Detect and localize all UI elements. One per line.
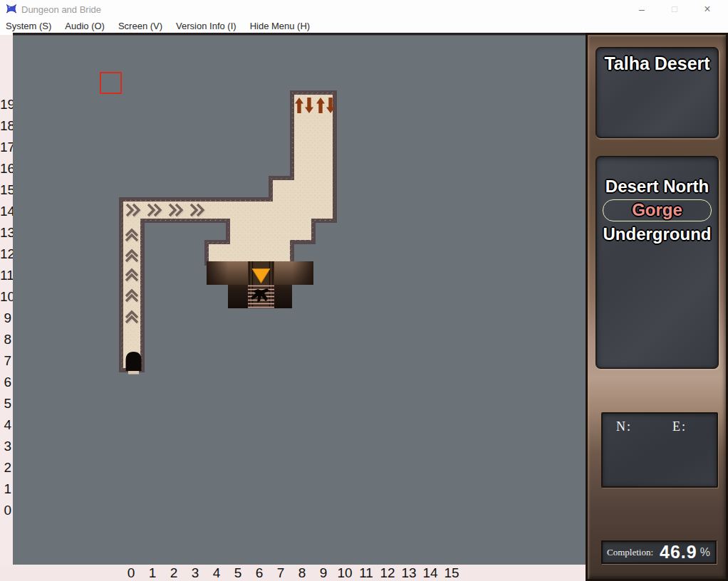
row-label-0: 0: [0, 500, 11, 521]
location-item-underground[interactable]: Underground: [596, 222, 718, 246]
row-label-15: 15: [0, 179, 11, 201]
cliff-shade-left: [207, 261, 228, 285]
application-window: { "window": { "title": "Dungeon and Brid…: [0, 0, 728, 581]
area-title: Talha Desert: [596, 48, 718, 74]
map-top-border: [13, 33, 586, 36]
staircase: [248, 261, 274, 308]
location-item-desert-north[interactable]: Desert North: [596, 174, 718, 199]
menu-item-system[interactable]: System (S): [6, 19, 51, 33]
row-label-13: 13: [0, 222, 11, 244]
col-label-11: 11: [355, 565, 377, 581]
location-list: Desert NorthGorgeUnderground: [596, 157, 718, 246]
cave-threshold: [128, 371, 139, 375]
maximize-button[interactable]: □: [658, 0, 691, 19]
row-label-16: 16: [0, 158, 11, 179]
menu-item-version[interactable]: Version Info (I): [176, 19, 236, 33]
row-label-5: 5: [0, 393, 11, 414]
row-label-4: 4: [0, 414, 11, 436]
col-label-12: 12: [377, 565, 398, 581]
minimize-button[interactable]: –: [625, 0, 658, 19]
col-label-15: 15: [441, 565, 462, 581]
col-label-9: 9: [313, 565, 334, 581]
row-label-11: 11: [0, 265, 11, 286]
dungeon-map-canvas: [13, 33, 586, 565]
col-label-1: 1: [142, 565, 163, 581]
app-icon: [6, 4, 17, 14]
col-label-7: 7: [270, 565, 291, 581]
col-label-2: 2: [163, 565, 184, 581]
row-label-17: 17: [0, 137, 11, 158]
col-label-4: 4: [206, 565, 227, 581]
row-label-12: 12: [0, 244, 11, 265]
east-coordinate-label: E:: [672, 419, 687, 434]
row-label-6: 6: [0, 372, 11, 393]
row-label-2: 2: [0, 457, 11, 478]
col-label-14: 14: [420, 565, 441, 581]
menu-item-hide[interactable]: Hide Menu (H): [250, 19, 311, 33]
area-title-box: Talha Desert: [596, 47, 719, 138]
row-label-1: 1: [0, 478, 11, 500]
row-label-19: 19: [0, 94, 11, 115]
completion-unit: %: [700, 546, 710, 559]
completion-value: 46.9: [660, 542, 697, 562]
location-list-box: Desert NorthGorgeUnderground: [596, 156, 719, 369]
col-label-10: 10: [334, 565, 355, 581]
col-label-13: 13: [398, 565, 420, 581]
row-label-9: 9: [0, 308, 11, 329]
col-label-6: 6: [249, 565, 270, 581]
col-label-3: 3: [184, 565, 206, 581]
location-item-gorge[interactable]: Gorge: [603, 199, 712, 221]
row-label-3: 3: [0, 436, 11, 457]
coordinates-box: N: E:: [601, 412, 718, 488]
window-titlebar: Dungeon and Bride – □ ×: [0, 0, 728, 19]
side-panel: Talha Desert Desert NorthGorgeUndergroun…: [586, 33, 728, 581]
north-coordinate-label: N:: [616, 419, 632, 434]
row-label-8: 8: [0, 329, 11, 350]
row-label-7: 7: [0, 350, 11, 372]
window-title: Dungeon and Bride: [21, 4, 101, 15]
row-label-14: 14: [0, 201, 11, 222]
close-button[interactable]: ×: [691, 0, 724, 19]
row-label-10: 10: [0, 286, 11, 308]
row-label-18: 18: [0, 115, 11, 137]
completion-box: Completion: 46.9 %: [601, 540, 717, 564]
col-label-8: 8: [291, 565, 313, 581]
cliff-shade-right: [292, 261, 313, 285]
completion-label: Completion:: [607, 547, 653, 558]
col-label-5: 5: [227, 565, 249, 581]
menu-bar: System (S)Audio (O)Screen (V)Version Inf…: [0, 19, 728, 33]
cave-entrance-icon: [126, 352, 142, 371]
menu-item-screen[interactable]: Screen (V): [118, 19, 162, 33]
window-controls: – □ ×: [625, 0, 724, 19]
menu-item-audio[interactable]: Audio (O): [65, 19, 105, 33]
col-label-0: 0: [120, 565, 142, 581]
